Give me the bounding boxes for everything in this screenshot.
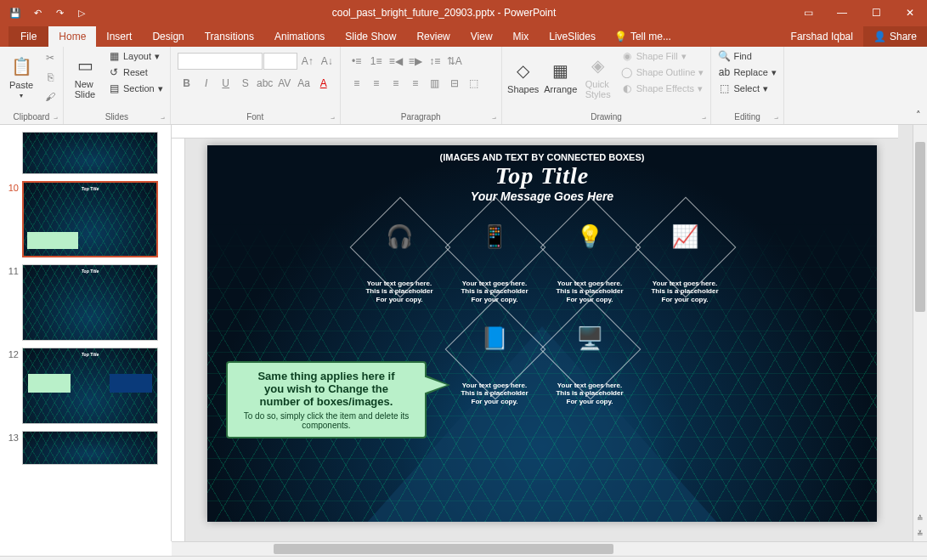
bullets-button[interactable]: •≡ [348, 52, 366, 71]
bold-button[interactable]: B [178, 74, 196, 93]
next-slide-button[interactable]: ≚ [913, 526, 927, 541]
section-button[interactable]: ▤Section ▾ [105, 81, 167, 96]
thumbnail-panel[interactable]: 10 Top Title 11 Top Title 12 Top Title 1… [0, 125, 172, 541]
paste-button[interactable]: 📋Paste▾ [3, 48, 39, 105]
slide-edit-area[interactable]: (IMAGES AND TEXT BY CONNECTED BOXES) Top… [172, 125, 913, 541]
align-right-button[interactable]: ≡ [387, 74, 405, 93]
tab-animations[interactable]: Animations [264, 26, 335, 47]
smartart-button[interactable]: ⬚ [465, 74, 483, 93]
save-icon[interactable]: 💾 [8, 6, 22, 20]
line-spacing-button[interactable]: ↕≡ [426, 52, 444, 71]
work-area: 10 Top Title 11 Top Title 12 Top Title 1… [0, 125, 927, 541]
scrollbar-thumb[interactable] [915, 142, 925, 312]
italic-button[interactable]: I [197, 74, 216, 93]
underline-button[interactable]: U [217, 74, 235, 93]
shape-effects-button[interactable]: ◐Shape Effects ▾ [618, 81, 708, 96]
align-left-button[interactable]: ≡ [348, 74, 366, 93]
callout-box[interactable]: Same thing applies here if you wish to C… [226, 361, 427, 438]
case-button[interactable]: Aa [295, 74, 314, 93]
desk-figure-icon: 🖥️ [543, 325, 636, 352]
tab-home[interactable]: Home [48, 26, 96, 47]
replace-button[interactable]: abReplace ▾ [715, 65, 779, 80]
shape-outline-button[interactable]: ◯Shape Outline ▾ [618, 65, 708, 80]
font-size-input[interactable] [263, 53, 297, 70]
format-painter-button[interactable]: 🖌 [41, 88, 59, 106]
minimize-icon[interactable]: — [825, 0, 859, 25]
tab-insert[interactable]: Insert [96, 26, 142, 47]
tell-me[interactable]: 💡Tell me... [606, 26, 680, 47]
arrange-button[interactable]: ▦Arrange [543, 48, 579, 105]
start-from-beginning-icon[interactable]: ▷ [75, 6, 88, 20]
collapse-ribbon-button[interactable]: ˄ [910, 47, 927, 124]
tab-review[interactable]: Review [406, 26, 460, 47]
diamond-box-4[interactable]: 📈Your text goes here.This is a placehold… [638, 200, 732, 293]
font-color-button[interactable]: A [314, 74, 333, 93]
new-slide-button[interactable]: ▭New Slide [67, 48, 103, 105]
horizontal-ruler [172, 125, 898, 139]
ribbon: 📋Paste▾ ✂ ⎘ 🖌 Clipboard ▭New Slide ▦Layo… [0, 47, 927, 125]
callout-line2: you wish to Change the [235, 382, 418, 395]
spacing-button[interactable]: AV [275, 74, 294, 93]
decrease-font-button[interactable]: A↓ [318, 52, 336, 71]
copy-button[interactable]: ⎘ [41, 68, 59, 87]
current-slide[interactable]: (IMAGES AND TEXT BY CONNECTED BOXES) Top… [207, 145, 877, 522]
fill-icon: ◉ [621, 50, 633, 62]
layout-button[interactable]: ▦Layout ▾ [105, 48, 167, 64]
maximize-icon[interactable]: ☐ [859, 0, 893, 25]
find-button[interactable]: 🔍Find [715, 48, 779, 64]
user-name[interactable]: Farshad Iqbal [781, 26, 863, 47]
group-label-drawing: Drawing [506, 111, 708, 122]
tab-design[interactable]: Design [142, 26, 194, 47]
tab-view[interactable]: View [461, 26, 503, 47]
redo-icon[interactable]: ↷ [53, 6, 66, 20]
tab-file[interactable]: File [8, 26, 48, 47]
title-bar: 💾 ↶ ↷ ▷ cool_past_bright_future_20903.pp… [0, 0, 927, 25]
quick-styles-button[interactable]: ◈Quick Styles [580, 48, 616, 105]
thumbnail-10[interactable]: 10 Top Title [0, 178, 171, 261]
undo-icon[interactable]: ↶ [31, 6, 44, 20]
select-button[interactable]: ⬚Select ▾ [715, 81, 779, 96]
increase-font-button[interactable]: A↑ [298, 52, 317, 71]
thumbnail-13[interactable]: 13 [0, 427, 171, 468]
thumbnail-11[interactable]: 11 Top Title [0, 261, 171, 344]
group-label-paragraph: Paragraph [344, 111, 498, 122]
font-family-input[interactable] [178, 53, 263, 70]
slide-header: (IMAGES AND TEXT BY CONNECTED BOXES) Top… [207, 152, 877, 203]
close-icon[interactable]: ✕ [893, 0, 927, 25]
reset-button[interactable]: ↺Reset [105, 65, 167, 80]
diamond-box-3[interactable]: 💡Your text goes here.This is a placehold… [543, 200, 636, 293]
prev-slide-button[interactable]: ≙ [913, 511, 927, 526]
columns-button[interactable]: ▥ [426, 74, 444, 93]
thumbnail-9[interactable] [0, 128, 171, 178]
group-font: A↑ A↓ B I U S abc AV Aa A Font [171, 47, 341, 124]
horizontal-scrollbar[interactable] [172, 541, 927, 556]
tab-slideshow[interactable]: Slide Show [335, 26, 406, 47]
group-label-slides: Slides [67, 111, 167, 122]
hscrollbar-thumb[interactable] [274, 544, 613, 554]
thumbnail-12[interactable]: 12 Top Title [0, 344, 171, 427]
cut-button[interactable]: ✂ [41, 48, 59, 67]
numbering-button[interactable]: 1≡ [367, 52, 386, 71]
group-editing: 🔍Find abReplace ▾ ⬚Select ▾ Editing [711, 47, 783, 124]
diamond-box-6[interactable]: 🖥️Your text goes here.This is a placehol… [543, 302, 636, 395]
decrease-indent-button[interactable]: ≡◀ [387, 52, 405, 71]
increase-indent-button[interactable]: ≡▶ [406, 52, 425, 71]
align-center-button[interactable]: ≡ [367, 74, 386, 93]
strikethrough-button[interactable]: S [236, 74, 255, 93]
shadow-button[interactable]: abc [256, 74, 274, 93]
ribbon-display-icon[interactable]: ▭ [791, 0, 825, 25]
tab-liveslides[interactable]: LiveSlides [539, 26, 606, 47]
shape-fill-button[interactable]: ◉Shape Fill ▾ [618, 48, 708, 64]
shapes-button[interactable]: ◇Shapes [506, 48, 541, 105]
tab-mix[interactable]: Mix [503, 26, 540, 47]
justify-button[interactable]: ≡ [406, 74, 425, 93]
vertical-scrollbar[interactable]: ≙ ≚ [913, 125, 927, 541]
text-direction-button[interactable]: ⇅A [445, 52, 464, 71]
effects-icon: ◐ [621, 82, 633, 94]
tab-transitions[interactable]: Transitions [195, 26, 264, 47]
diamond-box-2[interactable]: 📱Your text goes here.This is a placehold… [448, 200, 541, 293]
diamond-box-1[interactable]: 🎧Your text goes here.This is a placehold… [353, 200, 446, 293]
share-button[interactable]: 👤Share [863, 26, 927, 47]
align-text-button[interactable]: ⊟ [445, 74, 464, 93]
diamond-box-5[interactable]: 📘Your text goes here.This is a placehold… [448, 302, 541, 395]
